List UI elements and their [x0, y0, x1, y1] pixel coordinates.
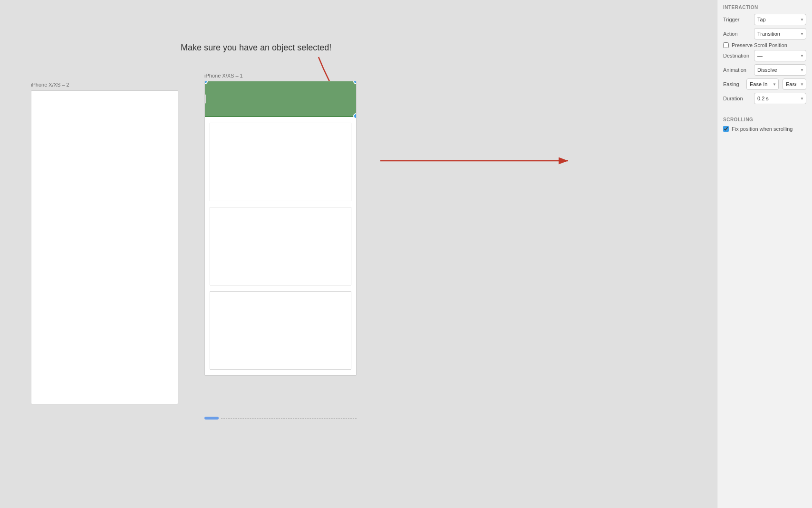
duration-label: Duration [723, 96, 754, 101]
duration-select-wrapper: 0.2 s ▼ [754, 93, 806, 104]
duration-row: Duration 0.2 s ▼ [723, 93, 806, 104]
iphone-frame-left [31, 90, 178, 404]
frame-left-label: iPhone X/XS – 2 [31, 82, 69, 88]
fix-position-row: Fix position when scrolling [723, 126, 806, 132]
card-box-3 [210, 291, 351, 370]
destination-select-wrapper: — ▼ [754, 50, 806, 61]
destination-row: Destination — ▼ [723, 50, 806, 61]
card-box-2 [210, 207, 351, 285]
selection-dot-top-left [204, 81, 208, 84]
easing-type-select[interactable]: Ease In Ease Out Ease In Out Linear [746, 78, 779, 90]
preserve-scroll-row: Preserve Scroll Position [723, 42, 806, 48]
selection-dot-bottom-right [353, 113, 357, 119]
scroll-dots-line [221, 418, 357, 419]
easing-type-select-wrapper: Ease In Ease Out Ease In Out Linear ▼ [746, 78, 779, 90]
action-row: Action Transition ▼ [723, 28, 806, 39]
easing-curve-select[interactable]: Ease [783, 78, 806, 90]
easing-row: Easing Ease In Ease Out Ease In Out Line… [723, 78, 806, 90]
preserve-scroll-checkbox[interactable] [723, 42, 729, 48]
animation-select[interactable]: Dissolve [754, 64, 806, 76]
annotation-text: Make sure you have an object selected! [181, 43, 331, 53]
trigger-row: Trigger Tap ▼ [723, 14, 806, 25]
interaction-section-title: INTERACTION [723, 5, 806, 10]
action-select[interactable]: Transition [754, 28, 806, 39]
card-box-1 [210, 123, 351, 201]
animation-row: Animation Dissolve ▼ [723, 64, 806, 76]
destination-label: Destination [723, 53, 754, 59]
phone-body: ⌂ [204, 81, 357, 376]
scrolling-section: SCROLLING Fix position when scrolling [717, 112, 812, 138]
easing-curve-select-wrapper: Ease ▼ [783, 78, 806, 90]
duration-select[interactable]: 0.2 s [754, 93, 806, 104]
preserve-scroll-label: Preserve Scroll Position [732, 42, 787, 48]
right-panel: INTERACTION Trigger Tap ▼ Action Transit… [717, 0, 812, 508]
trigger-select[interactable]: Tap [754, 14, 806, 25]
fix-position-checkbox[interactable] [723, 126, 729, 132]
interaction-section: INTERACTION Trigger Tap ▼ Action Transit… [717, 0, 812, 112]
green-header: ⌂ [205, 81, 356, 117]
animation-select-wrapper: Dissolve ▼ [754, 64, 806, 76]
easing-label: Easing [723, 81, 744, 87]
scrolling-section-title: SCROLLING [723, 117, 806, 122]
canvas-area: Make sure you have an object selected! i… [0, 0, 717, 508]
home-icon: ⌂ [204, 94, 206, 104]
scroll-bar [204, 417, 219, 420]
trigger-label: Trigger [723, 17, 754, 22]
action-label: Action [723, 31, 754, 37]
animation-label: Animation [723, 67, 754, 73]
destination-select[interactable]: — [754, 50, 806, 61]
iphone-frame-center: ⌂ [204, 81, 357, 419]
frame-center-label: iPhone X/XS – 1 [204, 73, 243, 78]
trigger-select-wrapper: Tap ▼ [754, 14, 806, 25]
selection-dot-top-right [353, 81, 357, 84]
scroll-indicator [204, 417, 357, 420]
action-select-wrapper: Transition ▼ [754, 28, 806, 39]
scrolling-arrow [380, 156, 580, 166]
fix-position-label: Fix position when scrolling [732, 126, 793, 132]
